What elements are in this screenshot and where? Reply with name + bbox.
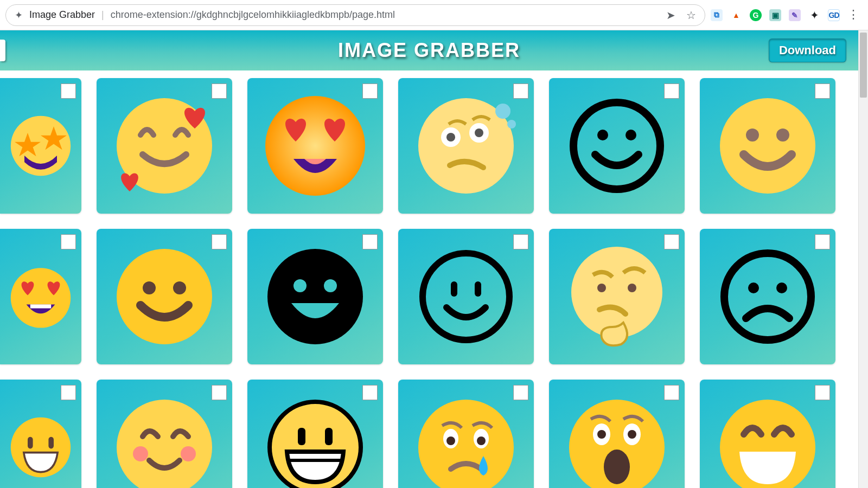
image-tile[interactable] [0,78,81,214]
svg-rect-19 [30,304,51,308]
omnibox[interactable]: ✦ Image Grabber | chrome-extension://gkd… [5,4,705,26]
image-grid [0,78,853,488]
svg-rect-36 [28,437,33,449]
svg-point-31 [628,284,636,292]
image-tile[interactable] [247,380,383,488]
browser-address-bar: ✦ Image Grabber | chrome-extension://gkd… [0,0,868,30]
select-checkbox[interactable] [212,84,227,99]
svg-point-49 [477,436,486,445]
svg-rect-42 [298,428,305,445]
svg-rect-37 [48,437,54,449]
app-title: IMAGE GRABBER [338,39,520,62]
svg-rect-28 [475,281,481,297]
app-header: IMAGE GRABBER Download [0,30,858,70]
image-tile[interactable] [0,380,81,488]
image-tile[interactable] [97,380,232,488]
image-tile[interactable] [700,78,835,214]
svg-point-13 [597,130,608,140]
svg-point-55 [604,450,630,484]
svg-point-9 [475,129,483,137]
image-tile[interactable] [247,229,383,364]
image-tile[interactable] [97,229,232,364]
svg-point-47 [446,436,455,445]
ext-icon-5[interactable]: ✎ [789,9,801,21]
svg-point-26 [423,253,509,340]
ext-icon-4[interactable]: ▣ [769,9,781,21]
ext-icon-1[interactable]: ⧉ [711,9,723,21]
svg-point-12 [573,102,660,189]
select-checkbox[interactable] [513,385,528,400]
svg-point-34 [776,282,787,293]
image-tile[interactable] [700,229,835,364]
svg-point-33 [748,282,759,293]
svg-point-18 [11,268,71,328]
svg-point-39 [133,446,148,461]
select-checkbox[interactable] [664,385,679,400]
select-checkbox[interactable] [362,84,378,99]
svg-point-54 [628,430,636,439]
svg-point-45 [418,400,514,488]
svg-point-14 [626,130,636,140]
scrollbar-thumb[interactable] [860,33,867,98]
select-checkbox[interactable] [664,84,679,99]
svg-point-29 [571,247,662,338]
select-checkbox[interactable] [212,385,227,400]
extensions-menu-icon[interactable]: ✦ [808,9,820,21]
image-tile[interactable] [247,78,383,214]
image-tile[interactable] [0,229,81,364]
image-tile[interactable] [398,78,534,214]
svg-point-21 [143,281,156,294]
svg-point-22 [173,281,186,294]
ext-icon-3[interactable]: G [750,9,762,21]
image-tile[interactable] [549,229,685,364]
download-button[interactable]: Download [769,38,846,62]
svg-rect-43 [325,428,333,445]
svg-point-38 [117,400,212,488]
select-checkbox[interactable] [664,234,679,249]
svg-point-25 [324,279,337,292]
select-checkbox[interactable] [61,234,76,249]
select-checkbox[interactable] [61,84,76,99]
select-checkbox[interactable] [815,385,830,400]
image-tile[interactable] [398,229,534,364]
image-tile[interactable] [549,78,685,214]
select-checkbox[interactable] [362,234,378,249]
page-title-in-omnibox: Image Grabber [29,9,95,21]
ext-icon-2[interactable]: ▲ [730,9,742,21]
svg-point-15 [720,98,815,194]
vertical-scrollbar[interactable] [858,30,868,488]
extension-tray: ⧉ ▲ G ▣ ✎ ✦ GD ⋮ [711,9,863,21]
svg-point-30 [597,284,606,292]
svg-point-32 [724,253,811,340]
send-icon[interactable]: ➤ [666,9,675,22]
select-checkbox[interactable] [815,84,830,99]
select-checkbox[interactable] [513,84,528,99]
image-tile[interactable] [549,380,685,488]
image-tile[interactable] [97,78,232,214]
svg-point-7 [446,133,455,142]
bookmark-star-icon[interactable]: ☆ [686,9,696,22]
omnibox-sep: | [101,9,104,21]
extension-icon: ✦ [15,9,23,21]
svg-point-23 [267,249,363,344]
image-tile[interactable] [398,380,534,488]
svg-point-11 [507,120,516,129]
svg-point-16 [746,129,759,142]
image-tile[interactable] [700,380,835,488]
svg-point-52 [597,430,606,439]
select-checkbox[interactable] [212,234,227,249]
svg-point-24 [293,279,307,292]
svg-point-20 [117,249,212,344]
select-checkbox[interactable] [61,385,76,400]
ext-icon-6[interactable]: GD [828,9,840,21]
select-all-edge[interactable] [0,40,5,61]
select-checkbox[interactable] [362,385,378,400]
select-checkbox[interactable] [815,234,830,249]
chrome-menu-icon[interactable]: ⋮ [847,9,859,21]
svg-rect-27 [451,281,457,297]
page-url: chrome-extension://gkdghncbjlgcelomhikki… [111,9,395,21]
svg-point-17 [776,129,789,142]
svg-point-10 [495,104,510,119]
select-checkbox[interactable] [513,234,528,249]
svg-point-4 [265,96,365,196]
